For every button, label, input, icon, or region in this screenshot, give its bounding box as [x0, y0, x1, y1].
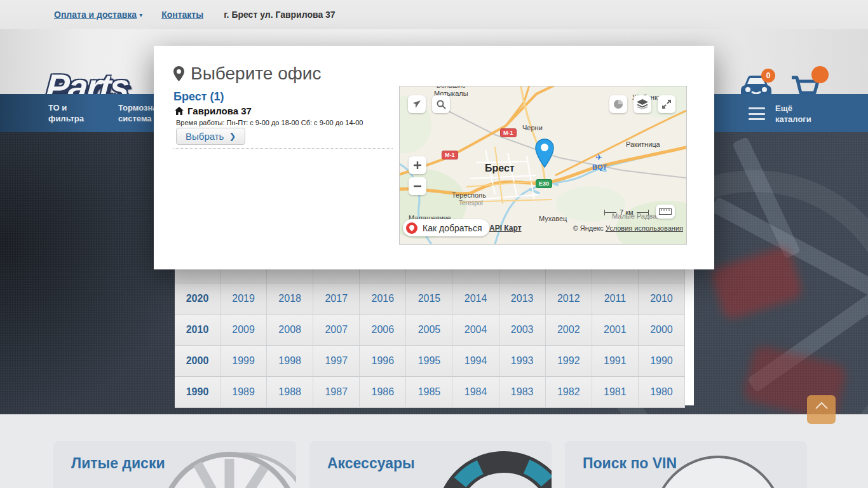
- year-cell[interactable]: 2000: [639, 315, 685, 346]
- wheel-spoke: [710, 196, 868, 301]
- year-cell[interactable]: 1992: [546, 346, 592, 377]
- year-cell-hidden[interactable]: [546, 269, 592, 283]
- year-cell[interactable]: 1997: [313, 346, 360, 377]
- year-decade-cell[interactable]: 2000: [175, 346, 220, 377]
- year-cell[interactable]: 2017: [313, 283, 360, 315]
- year-cell[interactable]: 2013: [499, 283, 546, 315]
- panorama-button[interactable]: [609, 95, 627, 113]
- year-cell[interactable]: 2012: [546, 283, 592, 315]
- hamburger-icon: [749, 107, 765, 120]
- zoom-out-button[interactable]: [409, 177, 426, 195]
- year-cell[interactable]: 1991: [592, 346, 639, 377]
- map-search-button[interactable]: [432, 95, 450, 113]
- year-cell[interactable]: 1999: [220, 346, 267, 377]
- contacts-link[interactable]: Контакты: [161, 10, 203, 20]
- directions-button[interactable]: Как добраться: [403, 219, 489, 236]
- choose-office-modal: Выберите офис Брест (1) Гаврилова 37 Вре…: [154, 46, 714, 269]
- map-copyright: © Яндекс Условия использования: [573, 224, 683, 232]
- year-cell[interactable]: 2003: [499, 315, 546, 346]
- map-label-terespol-latin: Terespol: [459, 200, 483, 207]
- layers-button[interactable]: [634, 95, 651, 113]
- year-cell[interactable]: 1998: [267, 346, 313, 377]
- year-cell-hidden[interactable]: [406, 269, 452, 283]
- year-cell[interactable]: 2008: [267, 315, 313, 346]
- year-cell-hidden[interactable]: [639, 269, 685, 283]
- year-cell-hidden[interactable]: [175, 269, 220, 283]
- modal-title: Выберите офис: [191, 64, 321, 84]
- year-cell[interactable]: 1986: [360, 377, 406, 408]
- office-placemark-pin[interactable]: [534, 139, 555, 168]
- map-label-cherni: Черни: [522, 124, 543, 132]
- zoom-in-button[interactable]: [409, 156, 426, 174]
- year-cell[interactable]: 2005: [406, 315, 452, 346]
- chevron-up-icon: [815, 395, 829, 424]
- year-cell[interactable]: 1994: [452, 346, 499, 377]
- card-vin-search[interactable]: Поиск по VIN: [565, 441, 807, 488]
- year-cell[interactable]: 2001: [592, 315, 639, 346]
- scroll-to-top-button[interactable]: [807, 395, 836, 424]
- year-cell[interactable]: 1980: [639, 377, 685, 408]
- year-decade-cell[interactable]: 1990: [175, 377, 220, 408]
- year-cell[interactable]: 2002: [546, 315, 592, 346]
- red-pin-icon: [406, 222, 417, 234]
- year-cell[interactable]: 2015: [406, 283, 452, 315]
- year-cell-hidden[interactable]: [499, 269, 546, 283]
- year-cell[interactable]: 1987: [313, 377, 360, 408]
- year-cell[interactable]: 1989: [220, 377, 267, 408]
- payment-delivery-link[interactable]: Оплата и доставка ▾: [54, 10, 142, 20]
- year-cell[interactable]: 2004: [452, 315, 499, 346]
- year-cell-hidden[interactable]: [267, 269, 313, 283]
- card-accessories[interactable]: Аксессуары: [309, 441, 552, 488]
- year-cell[interactable]: 1982: [546, 377, 592, 408]
- year-cell[interactable]: 2016: [360, 283, 406, 315]
- year-cell[interactable]: 2014: [452, 283, 499, 315]
- year-cell[interactable]: 2006: [360, 315, 406, 346]
- year-cell-hidden[interactable]: [452, 269, 499, 283]
- ruler-button[interactable]: [656, 205, 675, 219]
- year-cell[interactable]: 2019: [220, 283, 267, 315]
- nav-more-catalogs[interactable]: Ещё каталоги: [749, 103, 811, 125]
- year-cell[interactable]: 1995: [406, 346, 452, 377]
- year-cell-hidden[interactable]: [220, 269, 267, 283]
- ruler-icon: [659, 208, 672, 215]
- office-city: Брест (1): [173, 90, 224, 104]
- year-cell-hidden[interactable]: [313, 269, 360, 283]
- year-cell[interactable]: 1996: [360, 346, 406, 377]
- year-cell[interactable]: 2011: [592, 283, 639, 315]
- road-badge-m1: М-1: [500, 128, 517, 137]
- year-cell[interactable]: 2010: [639, 283, 685, 315]
- map-label-airport-bqt: BQT: [592, 163, 607, 171]
- select-office-button[interactable]: Выбрать ❯: [176, 128, 245, 145]
- year-cell[interactable]: 2009: [220, 315, 267, 346]
- nav-item-to-filters[interactable]: ТО и фильтра: [48, 102, 84, 124]
- promo-section: Литые диски Аксессуары Поиск по VIN: [0, 414, 868, 488]
- year-cell[interactable]: 1988: [267, 377, 313, 408]
- year-decade-cell[interactable]: 2020: [175, 283, 220, 315]
- card-alloy-wheels[interactable]: Литые диски: [53, 441, 296, 488]
- fullscreen-button[interactable]: [658, 95, 675, 113]
- year-cell[interactable]: 2007: [313, 315, 360, 346]
- api-maps-link[interactable]: API Карт: [489, 224, 522, 233]
- home-icon: [175, 107, 184, 115]
- payment-delivery-label[interactable]: Оплата и доставка: [54, 10, 137, 20]
- year-cell[interactable]: 2018: [267, 283, 313, 315]
- terms-link[interactable]: Условия использования: [606, 224, 683, 232]
- yandex-map[interactable]: БольшиеМотыкалы Черни Жабинка Ракитница …: [399, 86, 687, 245]
- years-table: 2020201920182017201620152014201320122011…: [175, 269, 685, 408]
- year-cell[interactable]: 1984: [452, 377, 499, 408]
- year-cell-hidden[interactable]: [592, 269, 639, 283]
- geolocation-button[interactable]: [408, 95, 426, 113]
- year-cell[interactable]: 1983: [499, 377, 546, 408]
- select-office-label: Выбрать: [186, 131, 224, 142]
- year-cell-hidden[interactable]: [360, 269, 406, 283]
- layers-icon: [637, 99, 648, 109]
- year-cell[interactable]: 1985: [406, 377, 452, 408]
- yandex-copyright: © Яндекс: [573, 224, 604, 232]
- year-cell[interactable]: 1993: [499, 346, 546, 377]
- road-badge-m1: М-1: [442, 151, 458, 159]
- year-decade-cell[interactable]: 2010: [175, 315, 220, 346]
- year-cell[interactable]: 1990: [639, 346, 685, 377]
- search-icon: [437, 100, 446, 109]
- location-pin-icon: [173, 66, 184, 81]
- year-cell[interactable]: 1981: [592, 377, 639, 408]
